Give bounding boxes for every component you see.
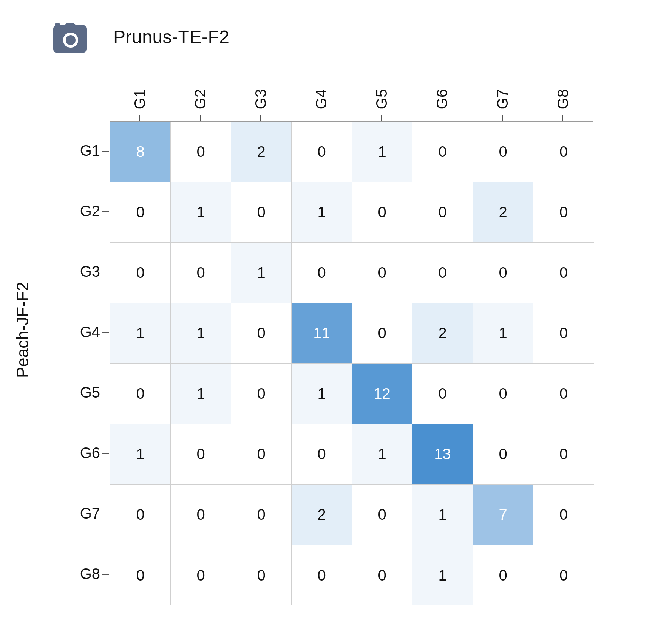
x-axis-ticks — [110, 113, 593, 122]
heatmap-cell: 0 — [231, 182, 292, 243]
heatmap-cell: 1 — [412, 485, 473, 545]
y-tick-label: G6 — [55, 444, 100, 461]
heatmap-cell: 0 — [412, 364, 473, 424]
heatmap-cell: 7 — [473, 485, 533, 545]
y-tick — [102, 514, 109, 514]
heatmap-cell: 0 — [352, 545, 412, 605]
heatmap-cell: 0 — [110, 182, 171, 243]
heatmap-cell: 1 — [171, 182, 231, 243]
heatmap-cell: 0 — [171, 485, 231, 545]
heatmap-cell: 1 — [171, 303, 231, 364]
heatmap-cell: 0 — [533, 122, 594, 182]
heatmap-cell: 1 — [352, 424, 412, 485]
heatmap-cell: 0 — [473, 545, 533, 605]
heatmap-cell: 0 — [473, 122, 533, 182]
heatmap-cell: 0 — [231, 485, 292, 545]
heatmap-matrix: 8020100001010020001000001101102100101120… — [110, 121, 593, 605]
svg-point-1 — [66, 35, 76, 45]
heatmap-cell: 0 — [171, 243, 231, 303]
heatmap-cell: 12 — [352, 364, 412, 424]
heatmap-cell: 0 — [412, 122, 473, 182]
heatmap-cell: 0 — [412, 243, 473, 303]
heatmap-cell: 0 — [231, 424, 292, 485]
heatmap-cell: 1 — [292, 182, 352, 243]
y-axis-title: Peach-JF-F2 — [13, 282, 32, 378]
heatmap-cell: 0 — [231, 364, 292, 424]
y-tick-label: G2 — [55, 203, 100, 220]
heatmap-cell: 0 — [110, 485, 171, 545]
y-tick — [102, 574, 109, 575]
heatmap-cell: 0 — [352, 485, 412, 545]
y-tick — [102, 332, 109, 333]
heatmap-cell: 1 — [292, 364, 352, 424]
heatmap-cell: 1 — [473, 303, 533, 364]
heatmap-cell: 0 — [292, 545, 352, 605]
heatmap-cell: 0 — [231, 303, 292, 364]
heatmap-cell: 0 — [473, 243, 533, 303]
heatmap-cell: 0 — [473, 424, 533, 485]
heatmap-cell: 1 — [412, 545, 473, 605]
heatmap-cell: 0 — [292, 243, 352, 303]
heatmap-cell: 0 — [412, 182, 473, 243]
heatmap-cell: 0 — [533, 303, 594, 364]
y-axis-ticks — [102, 121, 110, 605]
heatmap-cell: 0 — [292, 122, 352, 182]
y-tick-label: G4 — [55, 324, 100, 341]
heatmap-cell: 0 — [352, 303, 412, 364]
y-tick — [102, 211, 109, 212]
heatmap-cell: 0 — [473, 364, 533, 424]
y-tick-label: G1 — [55, 142, 100, 159]
chart-title: Prunus-TE-F2 — [113, 26, 229, 47]
heatmap-cell: 0 — [533, 424, 594, 485]
heatmap-cell: 0 — [533, 243, 594, 303]
heatmap-cell: 0 — [292, 424, 352, 485]
heatmap-cell: 1 — [110, 303, 171, 364]
y-tick — [102, 453, 109, 454]
heatmap-cell: 0 — [171, 545, 231, 605]
heatmap-cell: 2 — [231, 122, 292, 182]
heatmap-cell: 0 — [533, 545, 594, 605]
heatmap-cell: 0 — [171, 122, 231, 182]
heatmap-cell: 8 — [110, 122, 171, 182]
heatmap-cell: 0 — [231, 545, 292, 605]
heatmap-cell: 0 — [110, 364, 171, 424]
heatmap-cell: 2 — [292, 485, 352, 545]
heatmap-cell: 0 — [110, 243, 171, 303]
heatmap-cell: 2 — [473, 182, 533, 243]
y-tick — [102, 272, 109, 272]
y-axis-tick-labels: G1G2G3G4G5G6G7G8 — [55, 121, 100, 605]
heatmap-cell: 1 — [352, 122, 412, 182]
heatmap-cell: 0 — [352, 182, 412, 243]
x-axis-tick-labels: G1G2G3G4G5G6G7G8 — [110, 72, 593, 117]
heatmap-cell: 1 — [231, 243, 292, 303]
heatmap-cell: 1 — [110, 424, 171, 485]
heatmap-cell: 0 — [533, 364, 594, 424]
heatmap-cell: 0 — [352, 243, 412, 303]
y-tick — [102, 393, 109, 393]
camera-icon[interactable] — [51, 23, 89, 57]
y-tick-label: G5 — [55, 384, 100, 401]
heatmap-cell: 0 — [533, 485, 594, 545]
heatmap-cell: 0 — [110, 545, 171, 605]
heatmap-cell: 1 — [171, 364, 231, 424]
y-tick-label: G8 — [55, 565, 100, 582]
heatmap-cell: 13 — [412, 424, 473, 485]
svg-rect-2 — [55, 23, 60, 26]
heatmap-cell: 11 — [292, 303, 352, 364]
y-tick-label: G3 — [55, 263, 100, 280]
heatmap-cell: 2 — [412, 303, 473, 364]
y-tick-label: G7 — [55, 505, 100, 522]
heatmap-cell: 0 — [171, 424, 231, 485]
heatmap-cell: 0 — [533, 182, 594, 243]
y-tick — [102, 151, 109, 152]
